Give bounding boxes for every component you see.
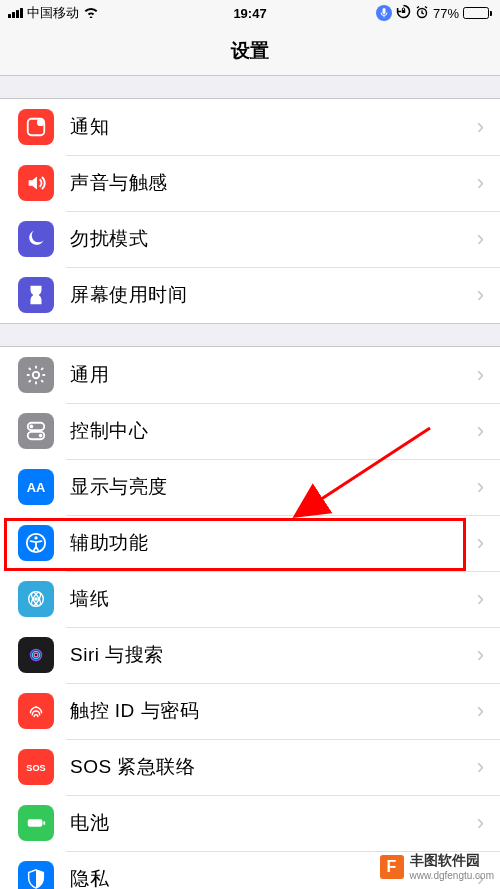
row-general[interactable]: 通用 ›	[0, 347, 500, 403]
watermark-name: 丰图软件园	[410, 852, 480, 868]
chevron-right-icon: ›	[477, 530, 484, 556]
battery-percent: 77%	[433, 6, 459, 21]
row-label: 屏幕使用时间	[70, 282, 477, 308]
notification-icon	[18, 109, 54, 145]
status-bar: 中国移动 19:47 77%	[0, 0, 500, 26]
row-label: 控制中心	[70, 418, 477, 444]
touchid-icon	[18, 693, 54, 729]
svg-point-7	[30, 425, 34, 429]
row-accessibility[interactable]: 辅助功能 ›	[0, 515, 500, 571]
row-label: SOS 紧急联络	[70, 754, 477, 780]
battery-icon	[18, 805, 54, 841]
page-title: 设置	[0, 26, 500, 76]
row-label: Siri 与搜索	[70, 642, 477, 668]
general-icon	[18, 357, 54, 393]
row-touchid[interactable]: 触控 ID 与密码 ›	[0, 683, 500, 739]
watermark-url: www.dgfengtu.com	[410, 870, 495, 881]
svg-rect-22	[28, 819, 43, 826]
row-label: 通知	[70, 114, 477, 140]
chevron-right-icon: ›	[477, 810, 484, 836]
sos-icon: SOS	[18, 749, 54, 785]
row-label: 触控 ID 与密码	[70, 698, 477, 724]
chevron-right-icon: ›	[477, 170, 484, 196]
svg-point-9	[39, 434, 43, 438]
chevron-right-icon: ›	[477, 754, 484, 780]
row-dnd[interactable]: 勿扰模式 ›	[0, 211, 500, 267]
wifi-icon	[83, 5, 99, 21]
svg-point-12	[34, 536, 37, 539]
chevron-right-icon: ›	[477, 474, 484, 500]
signal-icon	[8, 8, 23, 18]
row-label: 墙纸	[70, 586, 477, 612]
row-control-center[interactable]: 控制中心 ›	[0, 403, 500, 459]
row-label: 勿扰模式	[70, 226, 477, 252]
dnd-icon	[18, 221, 54, 257]
voice-icon	[376, 5, 392, 21]
row-wallpaper[interactable]: 墙纸 ›	[0, 571, 500, 627]
screentime-icon	[18, 277, 54, 313]
svg-rect-23	[43, 821, 45, 825]
privacy-icon	[18, 861, 54, 889]
status-time: 19:47	[233, 6, 266, 21]
svg-text:AA: AA	[27, 480, 46, 495]
svg-rect-0	[382, 8, 385, 14]
svg-point-14	[34, 597, 38, 601]
row-label: 辅助功能	[70, 530, 477, 556]
chevron-right-icon: ›	[477, 282, 484, 308]
row-label: 通用	[70, 362, 477, 388]
row-siri[interactable]: Siri 与搜索 ›	[0, 627, 500, 683]
row-sound[interactable]: 声音与触感 ›	[0, 155, 500, 211]
battery-icon	[463, 7, 492, 19]
row-battery[interactable]: 电池 ›	[0, 795, 500, 851]
display-icon: AA	[18, 469, 54, 505]
row-label: 显示与亮度	[70, 474, 477, 500]
status-left: 中国移动	[8, 4, 233, 22]
chevron-right-icon: ›	[477, 642, 484, 668]
watermark: F 丰图软件园 www.dgfengtu.com	[380, 852, 495, 881]
chevron-right-icon: ›	[477, 226, 484, 252]
chevron-right-icon: ›	[477, 418, 484, 444]
wallpaper-icon	[18, 581, 54, 617]
status-right: 77%	[267, 4, 492, 22]
accessibility-icon	[18, 525, 54, 561]
carrier-label: 中国移动	[27, 4, 79, 22]
siri-icon	[18, 637, 54, 673]
svg-point-5	[33, 372, 39, 378]
row-notifications[interactable]: 通知 ›	[0, 99, 500, 155]
watermark-logo: F	[380, 855, 404, 879]
control-center-icon	[18, 413, 54, 449]
chevron-right-icon: ›	[477, 114, 484, 140]
row-label: 声音与触感	[70, 170, 477, 196]
settings-group-2: 通用 › 控制中心 › AA 显示与亮度 › 辅助功能 › 墙纸 › Siri …	[0, 346, 500, 889]
svg-point-4	[37, 119, 44, 126]
settings-group-1: 通知 › 声音与触感 › 勿扰模式 › 屏幕使用时间 ›	[0, 98, 500, 324]
row-label: 电池	[70, 810, 477, 836]
row-display[interactable]: AA 显示与亮度 ›	[0, 459, 500, 515]
svg-text:SOS: SOS	[26, 763, 45, 773]
alarm-icon	[415, 5, 429, 22]
row-sos[interactable]: SOS SOS 紧急联络 ›	[0, 739, 500, 795]
sound-icon	[18, 165, 54, 201]
orientation-lock-icon	[396, 4, 411, 22]
chevron-right-icon: ›	[477, 362, 484, 388]
row-screentime[interactable]: 屏幕使用时间 ›	[0, 267, 500, 323]
chevron-right-icon: ›	[477, 586, 484, 612]
svg-rect-1	[402, 10, 405, 13]
chevron-right-icon: ›	[477, 698, 484, 724]
